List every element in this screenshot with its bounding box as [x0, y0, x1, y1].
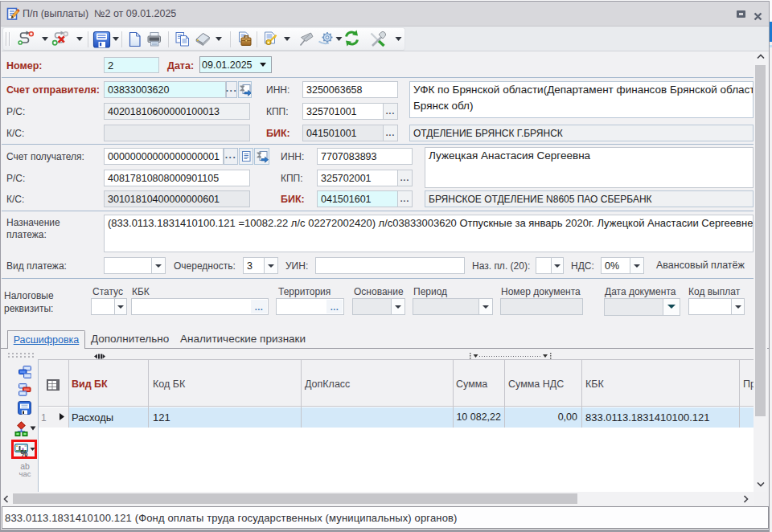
- svg-text:%: %: [21, 449, 28, 457]
